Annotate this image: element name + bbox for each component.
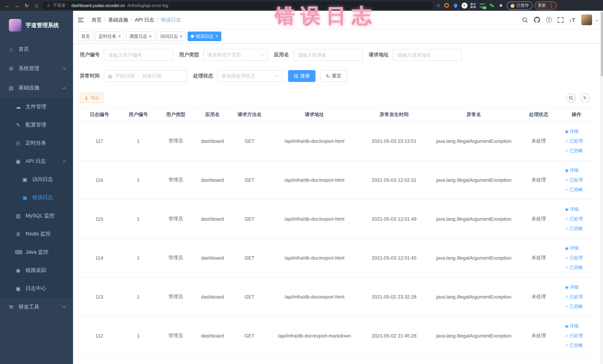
sidebar: 芋道管理系统 ⌂首页⚙系统管理▤基础设施☁文件管理✎配置管理◴定时任务▣API … <box>0 11 73 364</box>
update-badge[interactable]: 更新 ⋮ <box>534 1 557 10</box>
warning-icon: ⚠ <box>47 3 50 8</box>
sidebar-item-file[interactable]: ☁文件管理 <box>0 97 73 116</box>
bookmark-star-icon[interactable]: ☆ <box>436 3 441 8</box>
extensions-star-icon[interactable]: ★ <box>497 2 504 9</box>
cell-actions: ◉详细✓已处理✓已忽略 <box>557 238 596 277</box>
sidebar-item-java[interactable]: ⌨Java 监控 <box>0 243 73 261</box>
action-ignored-link[interactable]: ✓已忽略 <box>565 302 588 311</box>
search-button[interactable]: 搜索 <box>288 70 315 82</box>
sidebar-item-system[interactable]: ⚙系统管理 <box>0 59 73 78</box>
search-icon[interactable] <box>522 17 528 23</box>
tab-定时任务[interactable]: 定时任务× <box>95 32 124 41</box>
page-scrollbar[interactable] <box>600 11 603 364</box>
active-tab-dot <box>191 35 194 38</box>
avatar[interactable] <box>581 14 592 25</box>
hamburger-icon[interactable] <box>78 18 84 22</box>
extension-grid-icon[interactable] <box>470 2 476 9</box>
extension-on-badge-icon[interactable]: on <box>479 2 486 9</box>
cell-actions: ◉详细✓已处理✓已忽略 <box>557 199 596 238</box>
action-processed-link[interactable]: ✓已处理 <box>565 292 588 302</box>
toggle-search-button[interactable] <box>566 93 576 103</box>
cell-user-type: 管理员 <box>158 238 194 277</box>
github-icon[interactable] <box>534 17 540 23</box>
menu-dots-icon[interactable]: ⋮ <box>549 3 553 8</box>
cell-user-type: 管理员 <box>158 277 194 316</box>
tab-调度日志[interactable]: 调度日志× <box>126 32 155 41</box>
paused-badge[interactable]: 已暂停 <box>507 1 532 10</box>
reload-icon[interactable]: ↻ <box>23 2 30 8</box>
action-ignored-link[interactable]: ✓已忽略 <box>565 185 588 194</box>
sidebar-item-api-log[interactable]: ▣API 日志 <box>0 152 73 170</box>
action-detail-link[interactable]: ◉详细 <box>565 282 588 292</box>
action-processed-link[interactable]: ✓已处理 <box>565 175 588 185</box>
extension-orange-icon[interactable] <box>443 2 450 9</box>
action-ignored-link[interactable]: ✓已忽略 <box>565 224 588 233</box>
extension-leaf-icon[interactable] <box>488 2 495 9</box>
close-icon[interactable]: × <box>149 34 152 39</box>
tab-访问日志[interactable]: 访问日志× <box>157 32 186 41</box>
app-name-input[interactable] <box>293 49 363 61</box>
sidebar-item-label: 访问日志 <box>32 176 53 183</box>
action-detail-link[interactable]: ◉详细 <box>565 321 588 331</box>
sidebar-item-job[interactable]: ◴定时任务 <box>0 134 73 152</box>
sidebar-item-home[interactable]: ⌂首页 <box>0 40 73 59</box>
action-processed-link[interactable]: ✓已处理 <box>565 331 588 341</box>
user-id-input[interactable] <box>104 49 173 61</box>
app-header: 首页/基础设施/API 日志/错误日志 ? TT <box>73 11 603 29</box>
action-detail-link[interactable]: ◉详细 <box>565 204 588 214</box>
table-row: 1131管理员dashboardGET/api/infra/db-doc/exp… <box>80 277 596 316</box>
cell-user-type: 管理员 <box>158 121 194 160</box>
sidebar-item-dev-tools[interactable]: ⚒研发工具 <box>0 297 73 317</box>
sidebar-item-mysql[interactable]: ▥MySQL 监控 <box>0 207 73 225</box>
sidebar-item-config[interactable]: ✎配置管理 <box>0 116 73 134</box>
fullscreen-icon[interactable] <box>557 17 564 23</box>
reset-button[interactable]: ↻ 重置 <box>320 70 347 82</box>
cell-app: dashboard <box>194 316 231 355</box>
browser-home-icon[interactable]: ⌂ <box>33 2 40 8</box>
action-processed-link[interactable]: ✓已处理 <box>565 214 588 224</box>
scrollbar-thumb[interactable] <box>601 12 603 76</box>
extension-v-icon[interactable]: V <box>461 2 467 8</box>
action-ignored-link[interactable]: ✓已忽略 <box>565 263 588 272</box>
tab-label: 调度日志 <box>129 33 147 39</box>
action-detail-link[interactable]: ◉详细 <box>565 127 588 136</box>
process-status-select[interactable]: 请选择处理状态 <box>217 70 282 82</box>
action-processed-link[interactable]: ✓已处理 <box>565 253 588 263</box>
font-size-icon[interactable]: TT <box>569 17 575 23</box>
breadcrumb-item[interactable]: 首页 <box>92 16 102 23</box>
refresh-table-button[interactable]: ↻ <box>580 93 590 103</box>
sidebar-item-infra[interactable]: ▤基础设施 <box>0 78 73 97</box>
action-processed-link[interactable]: ✓已处理 <box>565 136 588 146</box>
sidebar-item-log-center[interactable]: ▣日志中心 <box>0 279 73 297</box>
sidebar-item-error-log[interactable]: ▣错误日志 <box>0 188 73 207</box>
sidebar-item-label: 系统管理 <box>19 65 39 72</box>
action-detail-link[interactable]: ◉详细 <box>565 243 588 253</box>
tab-首页[interactable]: 首页 <box>78 32 93 41</box>
close-icon[interactable]: × <box>118 34 121 39</box>
user-type-select[interactable]: 请选择用户类型 <box>203 49 268 61</box>
security-label: 不安全 <box>53 3 66 8</box>
request-url-input[interactable] <box>393 49 462 61</box>
close-icon[interactable]: × <box>180 34 182 39</box>
reset-button-label: 重置 <box>332 73 341 79</box>
date-range-picker[interactable]: ▦ 开始日期 - 结束日期 <box>104 70 187 82</box>
extension-pin-icon[interactable] <box>452 2 459 9</box>
start-date-placeholder: 开始日期 <box>116 73 135 79</box>
action-ignored-link[interactable]: ✓已忽略 <box>565 146 588 155</box>
cell-url: /api/infra/db-doc/export-html <box>268 160 361 199</box>
breadcrumb-item[interactable]: 基础设施 <box>108 16 128 23</box>
export-button[interactable]: 导出 <box>80 93 104 103</box>
help-icon[interactable]: ? <box>546 17 552 23</box>
chevron-down-icon[interactable] <box>595 18 598 22</box>
sidebar-item-access-log[interactable]: ▣访问日志 <box>0 170 73 188</box>
sidebar-item-trace[interactable]: ◉链路追踪 <box>0 261 73 279</box>
tab-错误日志[interactable]: 错误日志× <box>188 32 221 41</box>
address-bar[interactable]: ⚠ 不安全 dashboard.yudao.iocoder.cn/infra/l… <box>42 1 433 10</box>
close-icon[interactable]: × <box>215 34 218 39</box>
breadcrumb-item[interactable]: API 日志 <box>135 16 154 23</box>
action-ignored-link[interactable]: ✓已忽略 <box>565 341 588 350</box>
sidebar-item-redis[interactable]: ≣Redis 监控 <box>0 225 73 243</box>
back-icon[interactable]: ← <box>4 2 11 8</box>
action-detail-link[interactable]: ◉详细 <box>565 165 588 175</box>
forward-icon[interactable]: → <box>13 2 21 8</box>
